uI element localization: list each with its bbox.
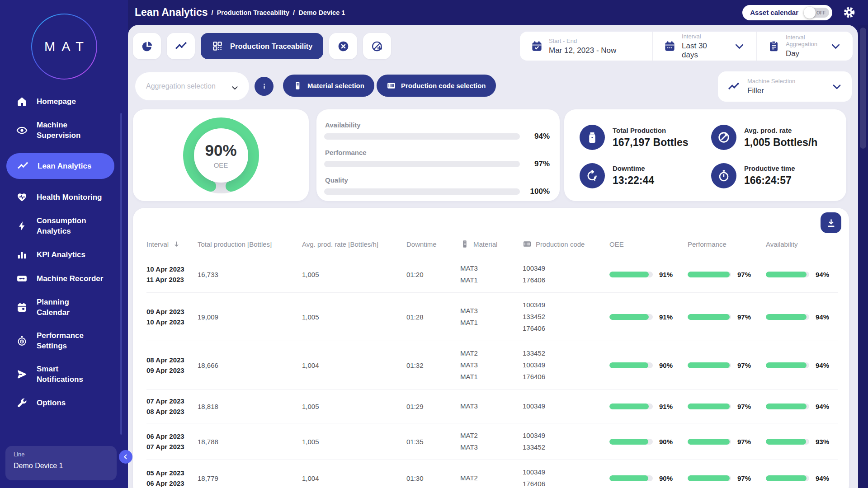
date-range-selector[interactable]: Start - End Mar 12, 2023 - Now (520, 32, 652, 61)
column-header-total-production-bottles[interactable]: Total production [Bottles] (198, 240, 302, 248)
gear-icon[interactable] (843, 6, 855, 19)
kpi-bar-quality: Quality100% (324, 176, 550, 196)
sidebar-collapse-button[interactable] (119, 450, 132, 464)
topbar: Lean Analytics / Production Traceability… (128, 0, 868, 25)
kpi-bar-label: Quality (325, 176, 550, 184)
percent-value: 97% (737, 438, 751, 446)
table-row[interactable]: 07 Apr 202308 Apr 202318,8181,00501:29MA… (146, 389, 838, 423)
column-header-avg-prod-rate-bottles-h[interactable]: Avg. prod. rate [Bottles/h] (302, 240, 406, 248)
sidebar-item-label: Machine Recorder (37, 273, 103, 284)
cell-performance: 97% (688, 271, 766, 278)
column-header-label: Performance (688, 240, 726, 248)
sidebar-item-label: Lean Analytics (38, 161, 91, 171)
stopwatch-gear-icon (16, 335, 28, 347)
machine-rate-icon (371, 40, 383, 52)
cell-production-code: 133452100349176406 (523, 347, 609, 383)
table-row[interactable]: 05 Apr 202306 Apr 202318,7791,00401:30MA… (146, 460, 838, 488)
sidebar-item-performance-settings[interactable]: Performance Settings (0, 330, 128, 351)
production-rate-view-button[interactable] (363, 33, 391, 59)
stat-total-production: Total Production167,197 Bottles (580, 124, 704, 151)
sidebar-item-kpi-analytics[interactable]: KPI Analytics (0, 249, 128, 260)
material-selection-button[interactable]: Material selection (283, 75, 374, 97)
stat-avg-prod-rate: Avg. prod. rate1,005 Bottles/h (711, 124, 835, 151)
percent-value: 91% (659, 313, 673, 321)
stat-value: 167,197 Bottles (613, 136, 688, 149)
column-header-interval[interactable]: Interval (146, 240, 198, 248)
sidebar-item-consumption-analytics[interactable]: Consumption Analytics (0, 216, 128, 236)
sidebar-item-lean-analytics[interactable]: Lean Analytics (6, 153, 114, 179)
info-button[interactable] (255, 77, 274, 96)
material-icon (293, 81, 302, 90)
download-button[interactable] (821, 212, 841, 233)
cell-material: MAT3MAT1 (460, 263, 523, 286)
table-row[interactable]: 09 Apr 202310 Apr 202319,0091,00501:28MA… (146, 293, 838, 341)
production-traceability-button[interactable]: Production Traceability (201, 33, 323, 59)
mini-bar-fill (609, 362, 648, 368)
brand-logo-text: MAT (38, 39, 90, 54)
bolt-icon (16, 221, 28, 232)
production-code-selection-label: Production code selection (401, 82, 486, 89)
sidebar-item-smart-notifications[interactable]: Smart Notifications (0, 364, 128, 385)
sidebar-item-health-monitoring[interactable]: Health Monitoring (0, 192, 128, 203)
table-row[interactable]: 08 Apr 202309 Apr 202318,6661,00401:32MA… (146, 341, 838, 389)
interval-selector[interactable]: Interval Last 30 days (652, 32, 756, 61)
table-row[interactable]: 10 Apr 202311 Apr 202316,7331,00501:20MA… (146, 256, 838, 293)
aggregation-selection-dropdown[interactable]: Aggregation selection (135, 72, 249, 100)
mini-bar-fill (688, 475, 730, 481)
cell-material: MAT3MAT1 (460, 305, 523, 328)
stat-value: 166:24:57 (744, 174, 795, 187)
stat-productive-time: Productive time166:24:57 (711, 162, 835, 190)
stops-view-button[interactable] (329, 33, 357, 59)
percent-value: 91% (659, 271, 673, 278)
production-code-selection-button[interactable]: Production code selection (377, 75, 496, 97)
topbar-actions: Asset calendar OFF (742, 5, 855, 20)
machine-selection-dropdown[interactable]: Machine Selection Filler (718, 71, 852, 102)
cell-interval: 05 Apr 202306 Apr 2023 (146, 468, 198, 488)
cell-interval: 09 Apr 202310 Apr 2023 (146, 306, 198, 327)
column-header-downtime[interactable]: Downtime (406, 240, 460, 248)
sidebar: MAT HomepageMachine SupervisionLean Anal… (0, 0, 128, 488)
oee-value: 90% (205, 141, 236, 160)
cell-interval: 08 Apr 202309 Apr 2023 (146, 355, 198, 375)
column-header-performance[interactable]: Performance (688, 240, 766, 248)
asset-calendar-switch[interactable]: OFF (805, 8, 829, 18)
cell-production-code: 100349133452 (523, 430, 609, 453)
column-header-oee[interactable]: OEE (609, 240, 688, 248)
mini-bar-track (766, 272, 809, 277)
chevron-left-icon (122, 453, 129, 460)
column-header-label: Production code (536, 240, 585, 248)
column-header-production-code[interactable]: Production code (523, 239, 609, 249)
page-scrollbar[interactable] (858, 25, 868, 488)
device-panel[interactable]: Line Demo Device 1 (5, 446, 117, 480)
mini-bar-track (609, 314, 653, 320)
mini-bar-fill (688, 272, 730, 277)
mini-bar-fill (766, 475, 807, 481)
mini-bar-fill (609, 314, 649, 320)
cell-avg-prod-rate: 1,004 (302, 361, 406, 369)
stat-label: Total Production (613, 127, 688, 134)
sidebar-item-options[interactable]: Options (0, 397, 128, 408)
sidebar-item-planning-calendar[interactable]: Planning Calendar (0, 297, 128, 318)
percent-value: 94% (816, 271, 829, 278)
pie-view-button[interactable] (133, 33, 161, 59)
sort-descending-icon (173, 240, 180, 248)
sidebar-item-machine-recorder[interactable]: Machine Recorder (0, 273, 128, 284)
column-header-label: Interval (146, 240, 169, 248)
trend-view-button[interactable] (167, 33, 195, 59)
mini-bar-track (609, 362, 653, 368)
circle-x-icon (337, 40, 349, 52)
asset-calendar-toggle-pill[interactable]: Asset calendar OFF (742, 5, 832, 20)
interval-aggregation-selector[interactable]: Interval Aggregation Day (756, 32, 853, 61)
percent-value: 97% (737, 403, 751, 410)
kpi-bar-availability: Availability94% (324, 121, 550, 141)
sidebar-scrollbar[interactable] (120, 113, 122, 435)
page-scrollbar-thumb[interactable] (860, 28, 866, 149)
column-header-material[interactable]: Material (460, 239, 523, 249)
sidebar-item-label: Consumption Analytics (37, 216, 86, 236)
breadcrumb-separator: / (293, 9, 295, 16)
sidebar-item-machine-supervision[interactable]: Machine Supervision (0, 120, 128, 141)
sidebar-item-homepage[interactable]: Homepage (0, 96, 128, 107)
column-header-label: Material (473, 240, 497, 248)
column-header-availability[interactable]: Availability (766, 240, 838, 248)
table-row[interactable]: 06 Apr 202307 Apr 202318,7881,00501:35MA… (146, 423, 838, 460)
